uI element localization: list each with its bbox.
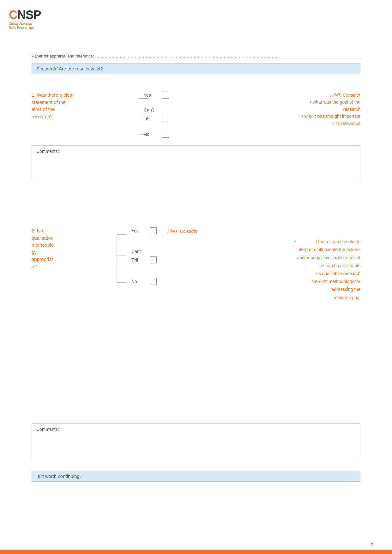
q2-yes-checkbox[interactable] [150, 227, 157, 234]
q2-line1: Is a [37, 228, 45, 233]
q2-hint: HINT: Consider • If the research seeks t… [167, 227, 360, 302]
q2-tell-row: Tell [131, 256, 157, 263]
q2-yes-label: Yes [131, 228, 147, 233]
q2-yes-row: Yes [131, 227, 157, 234]
q1-hint-item4: • its relevance [183, 120, 360, 127]
q1-no-label: No [144, 132, 160, 137]
page-number-value: 2 [371, 542, 373, 547]
question-1-block: 1. Was there a clear statement of the ai… [32, 92, 360, 142]
q2-number: 2. [32, 228, 36, 233]
q2-hint-item1: If the research seeks to [314, 239, 360, 244]
q1-line2: statement of the [32, 99, 66, 105]
worth-continuing-label: Is it worth continuing? [36, 473, 82, 479]
q2-hint-item8: research goal [167, 294, 360, 302]
q2-comments-box: Comments: [32, 423, 360, 458]
logo-subtitle: Critical Appraisal Skills Programme [9, 21, 50, 30]
logo-nsp: NSP [17, 8, 41, 21]
q2-no-row: No [131, 278, 157, 285]
q2-options: Yes Can't Tell No [131, 227, 157, 287]
q2-no-label: No [131, 279, 147, 284]
q1-yes-row: Yes [144, 92, 169, 99]
q2-no-checkbox[interactable] [150, 278, 157, 285]
q2-line2: qualitative [32, 235, 53, 241]
q1-hint-item1: • what was the goal of the [183, 99, 360, 105]
q2-comments-label: Comments: [36, 427, 59, 432]
q1-comments-box: Comments: [32, 145, 360, 180]
q2-line6: e? [32, 264, 37, 269]
q1-options: Yes Can't Tell No [144, 92, 169, 140]
logo: CNSP Critical Appraisal Skills Programme [9, 9, 50, 30]
q1-hint-title: HINT: Consider [183, 92, 360, 99]
q2-cant-label: Can't [131, 249, 147, 254]
q2-cant-checkbox[interactable] [150, 256, 157, 263]
q2-hint-item2: interpret or illuminate the actions [167, 246, 360, 254]
q1-hint-item2: research [183, 106, 360, 113]
q1-no-row: No [144, 131, 169, 138]
q1-line3: aims of the [32, 106, 55, 112]
question-2-block: 2. Is a qualitative methodolo gy appropr… [32, 227, 360, 404]
worth-continuing-section: Is it worth continuing? [32, 471, 360, 482]
q1-yes-checkbox[interactable] [162, 92, 169, 99]
q1-yes-label: Yes [144, 93, 160, 98]
q1-no-checkbox[interactable] [162, 131, 169, 138]
q2-cant-row: Can't [131, 249, 157, 254]
paper-reference: Paper for appraisal and reference: ……………… [32, 54, 360, 59]
q2-tell-label: Tell [131, 257, 147, 262]
q2-line4: gy [32, 250, 37, 255]
q2-hint-item3: and/or subjective experiences of [167, 254, 360, 262]
q1-number: 1. [32, 92, 36, 98]
q2-hint-bullet: • If the research seeks to [167, 238, 360, 246]
q1-cant-label: Can't [144, 107, 160, 112]
logo-c: C [9, 8, 17, 21]
logo-text: CNSP [9, 9, 50, 21]
bottom-bar [0, 550, 392, 554]
q1-hint: HINT: Consider • what was the goal of th… [183, 92, 360, 127]
q2-hint-title: HINT: Consider [167, 227, 360, 235]
q2-line3: methodolo [32, 242, 54, 248]
q2-hint-item6: the right methodology for [167, 278, 360, 286]
q1-hint-item3: • why it was thought important [183, 113, 360, 120]
question-1-text: 1. Was there a clear statement of the ai… [32, 92, 104, 120]
q1-cant-checkbox[interactable] [162, 115, 169, 122]
section-a-header: Section A: Are the results valid? [32, 63, 360, 74]
q1-tell-label: Tell [144, 116, 160, 121]
q1-cant-row: Can't [144, 107, 169, 112]
q2-hint-item4: research participants [167, 262, 360, 270]
q1-tell-row: Tell [144, 115, 169, 122]
question-2-text: 2. Is a qualitative methodolo gy appropr… [32, 227, 85, 270]
q2-hint-item7: addressing the [167, 286, 360, 293]
page-number: 2 [371, 542, 373, 547]
q1-comments-label: Comments: [36, 149, 59, 154]
q1-line1: Was there a clear [37, 92, 74, 98]
q1-line4: research? [32, 114, 53, 119]
q2-hint-item5: •Is qualitative research [167, 270, 360, 278]
q2-line5: appropriat [32, 256, 53, 262]
